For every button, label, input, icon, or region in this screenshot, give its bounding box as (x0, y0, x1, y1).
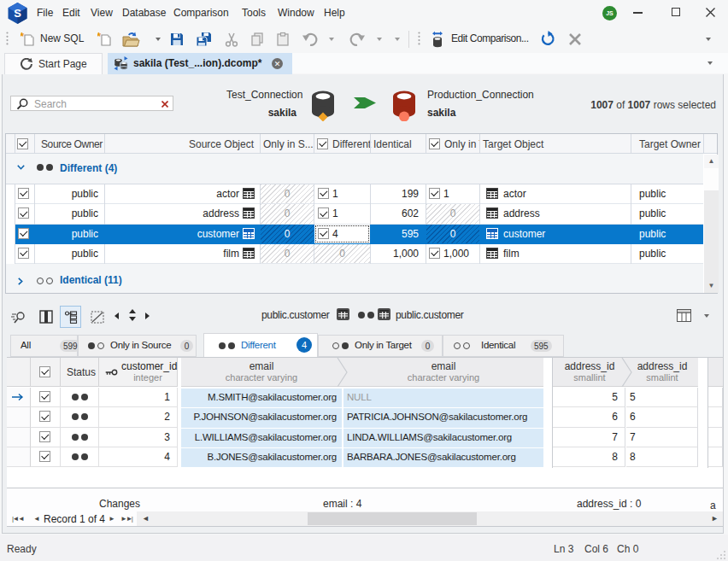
svg-text:*: * (97, 32, 102, 43)
svg-text:*: * (21, 32, 25, 43)
svg-text:S: S (14, 7, 21, 20)
